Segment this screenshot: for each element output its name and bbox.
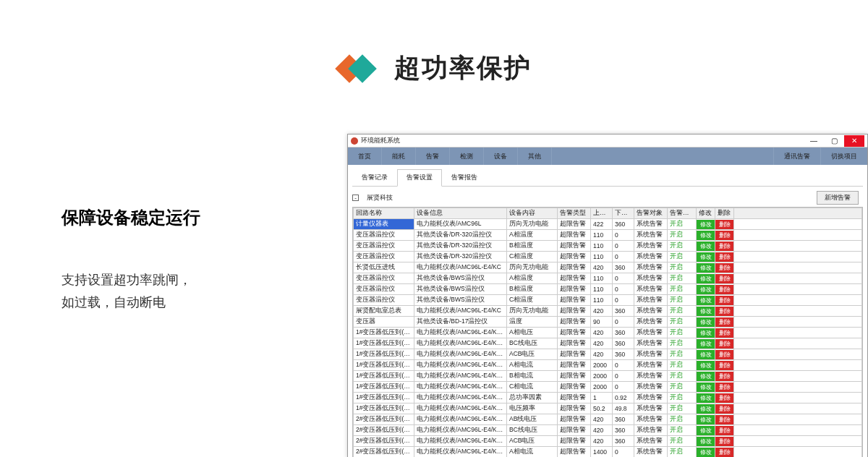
table-row[interactable]: 1#变压器低压到(1AA1)电力能耗仪表/AMC96L-E4/KC贯惠率B相电流… bbox=[354, 371, 862, 382]
edit-button[interactable]: 修改 bbox=[697, 339, 715, 349]
col-header-5[interactable]: 下限值 bbox=[613, 208, 634, 219]
toolbar-btn-1[interactable]: 能耗 bbox=[382, 148, 416, 165]
tab-1[interactable]: 告警设置 bbox=[397, 169, 442, 187]
cell: 总功率因素 bbox=[507, 393, 558, 403]
delete-button[interactable]: 删除 bbox=[715, 296, 733, 305]
toolbar-btn-4[interactable]: 设备 bbox=[484, 148, 518, 165]
toolbar-btn-3[interactable]: 检测 bbox=[450, 148, 484, 165]
edit-button[interactable]: 修改 bbox=[697, 307, 715, 316]
delete-button[interactable]: 删除 bbox=[715, 231, 733, 240]
edit-button[interactable]: 修改 bbox=[697, 263, 715, 273]
table-row[interactable]: 计量仪器表电力能耗仪表/AMC96L历向无功电能超限告警422360系统告警开启… bbox=[354, 219, 862, 230]
cell: 110 bbox=[591, 295, 613, 306]
col-header-6[interactable]: 告警对象 bbox=[634, 208, 668, 219]
tab-0[interactable]: 告警记录 bbox=[352, 169, 397, 186]
edit-button[interactable]: 修改 bbox=[697, 393, 715, 403]
edit-button[interactable]: 修改 bbox=[697, 328, 715, 338]
edit-button[interactable]: 修改 bbox=[697, 317, 715, 327]
edit-button[interactable]: 修改 bbox=[697, 372, 715, 381]
toolbar-btn-2[interactable]: 告警 bbox=[416, 148, 450, 165]
delete-button[interactable]: 删除 bbox=[715, 393, 733, 403]
edit-button[interactable]: 修改 bbox=[697, 448, 715, 457]
cell: 0 bbox=[613, 295, 634, 306]
maximize-button[interactable]: ▢ bbox=[824, 135, 844, 147]
edit-button[interactable]: 修改 bbox=[697, 274, 715, 283]
tab-2[interactable]: 告警报告 bbox=[442, 169, 487, 186]
edit-button[interactable]: 修改 bbox=[697, 415, 715, 424]
cell: 360 bbox=[613, 425, 634, 436]
tree-node[interactable]: - 展贤科技 bbox=[352, 193, 393, 202]
edit-button[interactable]: 修改 bbox=[697, 426, 715, 435]
delete-button[interactable]: 删除 bbox=[715, 263, 733, 273]
table-row[interactable]: 1#变压器低压到(1AA1)电力能耗仪表/AMC96L-E4/KC贯惠率电压频率… bbox=[354, 403, 862, 414]
table-row[interactable]: 变压器温控仪其他类设备/DR-320温控仪C相温度超限告警1100系统告警开启修… bbox=[354, 252, 862, 262]
table-row[interactable]: 变压器温控仪其他类设备/DR-320温控仪A相温度超限告警1100系统告警开启修… bbox=[354, 230, 862, 241]
table-row[interactable]: 1#变压器低压到(1AA1)电力能耗仪表/AMC96L-E4/KC贯惠率A相电流… bbox=[354, 360, 862, 371]
cell: 0 bbox=[613, 230, 634, 241]
col-header-2[interactable]: 设备内容 bbox=[507, 208, 558, 219]
table-row[interactable]: 1#变压器低压到(1AA1)电力能耗仪表/AMC96L-E4/KC贯惠率总功率因… bbox=[354, 393, 862, 403]
edit-button[interactable]: 修改 bbox=[697, 242, 715, 251]
delete-button[interactable]: 删除 bbox=[715, 317, 733, 327]
toolbar-right-0[interactable]: 通讯告警 bbox=[773, 148, 820, 165]
table-row[interactable]: 变压器温控仪其他类设备/BWS温控仪C相温度超限告警1100系统告警开启修改删除 bbox=[354, 295, 862, 306]
toolbar-btn-0[interactable]: 首页 bbox=[348, 148, 382, 165]
delete-button[interactable]: 删除 bbox=[715, 437, 733, 446]
edit-button[interactable]: 修改 bbox=[697, 220, 715, 229]
table-row[interactable]: 1#变压器低压到(1AA1)电力能耗仪表/AMC96L-E4/KC贯惠率A相电压… bbox=[354, 328, 862, 338]
delete-button[interactable]: 删除 bbox=[715, 252, 733, 262]
cell: 开启 bbox=[668, 295, 697, 306]
delete-button[interactable]: 删除 bbox=[715, 404, 733, 414]
edit-button[interactable]: 修改 bbox=[697, 296, 715, 305]
delete-button[interactable]: 删除 bbox=[715, 285, 733, 294]
delete-button[interactable]: 删除 bbox=[715, 372, 733, 381]
add-alarm-button[interactable]: 新增告警 bbox=[817, 191, 859, 205]
toolbar-btn-5[interactable]: 其他 bbox=[518, 148, 552, 165]
edit-button[interactable]: 修改 bbox=[697, 437, 715, 446]
table-row[interactable]: 1#变压器低压到(1AA1)电力能耗仪表/AMC96L-E4/KC贯惠率C相电流… bbox=[354, 382, 862, 393]
edit-button[interactable]: 修改 bbox=[697, 252, 715, 262]
delete-button[interactable]: 删除 bbox=[715, 361, 733, 370]
delete-button[interactable]: 删除 bbox=[715, 328, 733, 338]
delete-button[interactable]: 删除 bbox=[715, 220, 733, 229]
delete-button[interactable]: 删除 bbox=[715, 415, 733, 424]
col-header-0[interactable]: 回路名称 bbox=[354, 208, 414, 219]
minimize-button[interactable]: — bbox=[804, 135, 824, 147]
delete-button[interactable]: 删除 bbox=[715, 426, 733, 435]
close-button[interactable]: ✕ bbox=[844, 135, 864, 147]
table-row[interactable]: 2#变压器低压到(2AA1)电力能耗仪表/AMC96L-E4/KC贯惠率BC线电… bbox=[354, 425, 862, 436]
delete-button[interactable]: 删除 bbox=[715, 339, 733, 349]
tree-collapse-icon[interactable]: - bbox=[352, 195, 359, 201]
edit-button[interactable]: 修改 bbox=[697, 361, 715, 370]
delete-button[interactable]: 删除 bbox=[715, 242, 733, 251]
col-header-1[interactable]: 设备信息 bbox=[414, 208, 507, 219]
edit-button[interactable]: 修改 bbox=[697, 383, 715, 392]
table-row[interactable]: 1#变压器低压到(1AA1)电力能耗仪表/AMC96L-E4/KC贯惠率BC线电… bbox=[354, 338, 862, 349]
table-row[interactable]: 2#变压器低压到(2AA1)电力能耗仪表/AMC96L-E4/KC贯惠率AB线电… bbox=[354, 414, 862, 425]
delete-button[interactable]: 删除 bbox=[715, 350, 733, 359]
table-row[interactable]: 1#变压器低压到(1AA1)电力能耗仪表/AMC96L-E4/KC贯惠率ACB电… bbox=[354, 349, 862, 360]
table-row[interactable]: 长贤低压进线电力能耗仪表/AMC96L-E4/KC历向无功电能超限告警42036… bbox=[354, 262, 862, 273]
delete-button[interactable]: 删除 bbox=[715, 448, 733, 457]
edit-button[interactable]: 修改 bbox=[697, 404, 715, 414]
col-header-8[interactable]: 修改 bbox=[697, 208, 715, 219]
table-row[interactable]: 展贤配电室总表电力能耗仪表/AMC96L-E4/KC历向无功电能超限告警4203… bbox=[354, 306, 862, 317]
toolbar-right-1[interactable]: 切换项目 bbox=[820, 148, 867, 165]
table-row[interactable]: 2#变压器低压到(2AA1)电力能耗仪表/AMC96L-E4/KC贯惠率A相电流… bbox=[354, 447, 862, 458]
table-row[interactable]: 变压器温控仪其他类设备/BWS温控仪A相温度超限告警1100系统告警开启修改删除 bbox=[354, 273, 862, 284]
delete-button[interactable]: 删除 bbox=[715, 383, 733, 392]
col-header-7[interactable]: 告警开启 bbox=[668, 208, 697, 219]
edit-button[interactable]: 修改 bbox=[697, 350, 715, 359]
table-row[interactable]: 2#变压器低压到(2AA1)电力能耗仪表/AMC96L-E4/KC贯惠率ACB电… bbox=[354, 436, 862, 447]
delete-button[interactable]: 删除 bbox=[715, 307, 733, 316]
col-header-4[interactable]: 上限值 bbox=[591, 208, 613, 219]
col-header-3[interactable]: 告警类型 bbox=[558, 208, 591, 219]
table-row[interactable]: 变压器温控仪其他类设备/BWS温控仪B相温度超限告警1100系统告警开启修改删除 bbox=[354, 284, 862, 295]
table-row[interactable]: 变压器其他类设备/BD-17温控仪温度超限告警900系统告警开启修改删除 bbox=[354, 317, 862, 328]
delete-button[interactable]: 删除 bbox=[715, 274, 733, 283]
cell: 0 bbox=[613, 360, 634, 371]
table-row[interactable]: 变压器温控仪其他类设备/DR-320温控仪B相温度超限告警1100系统告警开启修… bbox=[354, 241, 862, 252]
edit-button[interactable]: 修改 bbox=[697, 231, 715, 240]
edit-button[interactable]: 修改 bbox=[697, 285, 715, 294]
col-header-9[interactable]: 删除 bbox=[715, 208, 734, 219]
